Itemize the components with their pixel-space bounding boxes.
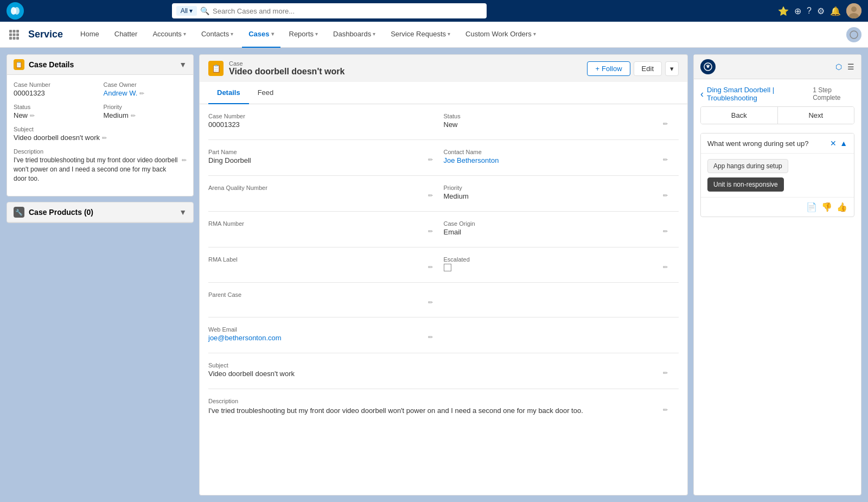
back-arrow-icon[interactable]: ‹	[700, 88, 704, 100]
tab-feed[interactable]: Feed	[249, 82, 283, 104]
detail-priority-value: Medium ✏	[444, 192, 668, 200]
follow-button[interactable]: + Follow	[587, 61, 630, 76]
next-button[interactable]: Next	[778, 107, 854, 124]
detail-section-4: RMA Number ✏ Case Origin Email	[208, 220, 679, 245]
all-label: All	[181, 7, 188, 15]
case-owner-value[interactable]: Andrew W.	[104, 89, 138, 97]
back-button[interactable]: Back	[701, 107, 778, 124]
detail-section-6: Parent Case ✏	[208, 291, 679, 315]
edit-button[interactable]: Edit	[634, 61, 662, 76]
detail-case-number: Case Number 00001323	[208, 113, 433, 129]
detail-escalated-value: ✏	[444, 264, 668, 271]
answer-app-hangs[interactable]: App hangs during setup	[707, 159, 788, 173]
edit-icon[interactable]: ✏	[428, 299, 433, 306]
detail-case-number-label: Case Number	[208, 113, 433, 119]
menu-icon[interactable]: ☰	[847, 62, 854, 71]
nav-item-accounts[interactable]: Accounts▾	[146, 22, 192, 48]
settings-icon[interactable]: ⚙	[817, 6, 825, 16]
edit-icon[interactable]: ✏	[663, 228, 668, 235]
question-header[interactable]: What went wrong during set up? ✕ ▲	[701, 134, 854, 153]
edit-icon[interactable]: ✏	[30, 112, 35, 119]
detail-col-right-4: Case Origin Email ✏	[444, 220, 679, 245]
right-panel-header: ⬡ ☰	[694, 55, 861, 79]
nav-item-reports[interactable]: Reports▾	[283, 22, 325, 48]
more-actions-button[interactable]: ▾	[665, 61, 679, 76]
edit-icon[interactable]: ✏	[102, 135, 107, 142]
thumbs-down-icon[interactable]: 👎	[821, 202, 832, 212]
detail-col-right-3: Priority Medium ✏	[444, 185, 679, 209]
field-description: Description I've tried troubleshooting b…	[14, 148, 187, 183]
description-value: I've tried troubleshooting but my front …	[14, 156, 180, 183]
nav-item-contacts[interactable]: Contacts▾	[195, 22, 240, 48]
app-launcher-icon[interactable]	[7, 27, 22, 42]
svg-point-14	[850, 31, 858, 39]
nav-item-dashboards[interactable]: Dashboards▾	[327, 22, 382, 48]
detail-part-name-value: Ding Doorbell ✏	[208, 156, 433, 164]
edit-icon[interactable]: ✏	[428, 264, 433, 271]
document-icon[interactable]: 📄	[806, 202, 817, 212]
detail-part-name: Part Name Ding Doorbell ✏	[208, 149, 433, 164]
detail-arena-quality: Arena Quality Number ✏	[208, 185, 433, 199]
search-input[interactable]	[213, 7, 482, 15]
external-link-icon[interactable]: ⬡	[835, 62, 842, 71]
nav-item-home[interactable]: Home	[74, 22, 106, 48]
plus-icon: +	[595, 65, 599, 73]
answer-unit-non-responsive[interactable]: Unit is non-responsive	[707, 177, 784, 192]
edit-icon[interactable]: ✏	[182, 157, 187, 164]
chevron-up-icon[interactable]: ▲	[840, 139, 847, 148]
detail-description-value: I've tried troubleshooting but my front …	[208, 405, 668, 416]
salesforce-logo[interactable]	[7, 2, 24, 20]
chevron-down-icon: ▾	[271, 31, 274, 37]
edit-icon[interactable]: ✏	[131, 112, 136, 119]
nav-item-custom-work-orders[interactable]: Custom Work Orders▾	[459, 22, 542, 48]
breadcrumb-text[interactable]: Ding Smart Doorbell | Troubleshooting	[707, 86, 809, 102]
case-owner-label: Case Owner	[104, 81, 187, 88]
question-answers: App hangs during setup Unit is non-respo…	[701, 153, 854, 197]
search-all-button[interactable]: All ▾	[176, 6, 197, 16]
chevron-down-icon: ▾	[533, 31, 536, 37]
case-header: 📋 Case Video doorbell doesn't work + Fol…	[199, 54, 688, 82]
nav-item-chatter[interactable]: Chatter	[108, 22, 144, 48]
edit-icon[interactable]: ✏	[663, 370, 668, 377]
edit-icon[interactable]: ✏	[663, 405, 668, 415]
edit-icon[interactable]: ✏	[139, 90, 144, 97]
edit-icon[interactable]: ✏	[663, 264, 668, 271]
case-header-icon: 📋	[208, 61, 224, 76]
right-panel: ⬡ ☰ ‹ Ding Smart Doorbell | Troubleshoot…	[693, 54, 861, 495]
detail-rma-number-value: ✏	[208, 228, 433, 235]
edit-icon[interactable]: ✏	[428, 156, 433, 163]
edit-icon[interactable]: ✏	[428, 334, 433, 341]
edit-icon[interactable]: ✏	[663, 192, 668, 199]
bell-icon[interactable]: 🔔	[830, 6, 841, 16]
collapse-icon[interactable]: ✕	[830, 139, 837, 148]
detail-subject-label: Subject	[208, 362, 668, 368]
help-icon[interactable]: ?	[807, 6, 812, 16]
panel-collapse-button[interactable]: ▼	[179, 60, 187, 69]
star-icon[interactable]: ⭐	[778, 6, 789, 16]
panel-collapse-button[interactable]: ▼	[179, 208, 187, 217]
nav-item-cases[interactable]: Cases▾	[242, 22, 280, 48]
tab-details[interactable]: Details	[208, 82, 249, 104]
detail-col-left-3: Arena Quality Number ✏	[208, 185, 444, 209]
detail-escalated: Escalated ✏	[444, 256, 668, 271]
priority-label: Priority	[104, 104, 187, 110]
edit-icon[interactable]: ✏	[663, 120, 668, 128]
nav-item-service-requests[interactable]: Service Requests▾	[384, 22, 457, 48]
edit-icon[interactable]: ✏	[428, 192, 433, 199]
add-icon[interactable]: ⊕	[794, 6, 801, 16]
detail-contact-name: Contact Name Joe Bethersonton ✏	[444, 149, 668, 164]
detail-col-left-2: Part Name Ding Doorbell ✏	[208, 149, 444, 173]
edit-icon[interactable]: ✏	[428, 228, 433, 235]
thumbs-up-icon[interactable]: 👍	[837, 202, 847, 212]
edit-icon[interactable]: ✏	[663, 156, 668, 163]
case-products-panel: 🔧 Case Products (0) ▼	[7, 202, 194, 223]
nav-utility-icon[interactable]	[846, 27, 861, 42]
detail-rma-label-value: ✏	[208, 264, 433, 271]
field-row-case-number: Case Number 00001323 Case Owner Andrew W…	[14, 81, 187, 97]
detail-web-email-label: Web Email	[208, 326, 433, 333]
case-details-body: Case Number 00001323 Case Owner Andrew W…	[7, 75, 193, 196]
avatar[interactable]	[846, 3, 861, 18]
subject-value: Video doorbell doesn't work	[14, 134, 100, 142]
detail-parent-case-value: ✏	[208, 299, 433, 306]
escalated-checkbox[interactable]	[444, 264, 451, 271]
